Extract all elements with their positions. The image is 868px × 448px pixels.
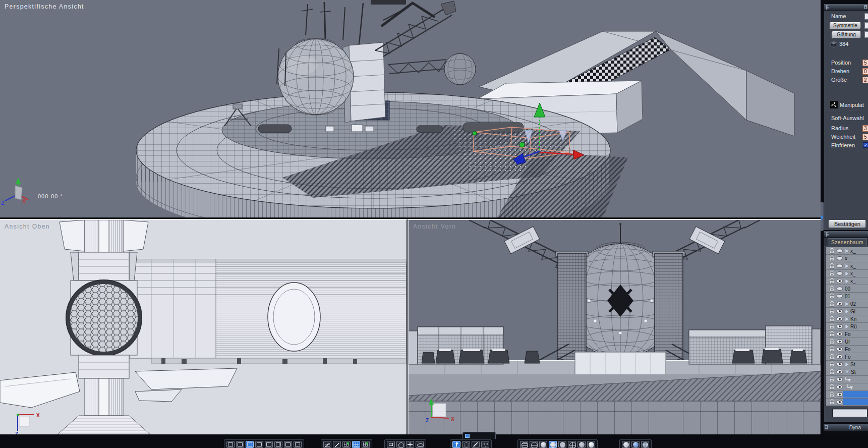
layout-single-icon[interactable]	[226, 441, 235, 448]
lock-icon[interactable]	[829, 391, 835, 398]
eye-open-icon[interactable]	[836, 362, 843, 367]
tree-row[interactable]: 01	[826, 293, 868, 300]
tree-row[interactable]: Fo	[826, 353, 868, 361]
matte-sphere-icon[interactable]	[577, 441, 586, 448]
eye-open-icon[interactable]	[836, 339, 843, 344]
lock-icon[interactable]	[829, 301, 835, 307]
grid-add-right-icon[interactable]	[362, 441, 370, 448]
lock-icon[interactable]	[829, 384, 835, 390]
eye-closed-icon[interactable]	[836, 294, 843, 299]
expand-arrow-icon[interactable]	[845, 271, 849, 276]
lock-icon[interactable]	[829, 346, 835, 352]
eye-open-icon[interactable]	[836, 400, 843, 405]
smoothing-field[interactable]	[864, 31, 868, 38]
solid-sphere-icon[interactable]	[539, 441, 547, 448]
lock-icon[interactable]	[829, 316, 835, 322]
eye-open-icon[interactable]	[836, 347, 843, 352]
eye-open-icon[interactable]	[836, 377, 843, 382]
eye-open-icon[interactable]	[836, 301, 843, 306]
faceted-sphere-icon[interactable]	[641, 441, 649, 448]
tree-row[interactable]	[826, 399, 868, 406]
expand-arrow-icon[interactable]	[845, 264, 849, 268]
layout-quad-icon[interactable]	[255, 441, 263, 448]
smoothing-button[interactable]: Glättung	[832, 31, 861, 38]
scene-tree-filter-input[interactable]	[832, 409, 867, 417]
scale-tool-icon[interactable]	[472, 441, 480, 448]
lock-icon[interactable]	[829, 255, 835, 261]
eye-open-icon[interactable]	[836, 384, 843, 389]
sketch-arrow-icon[interactable]	[333, 441, 341, 448]
look-view-icon[interactable]	[416, 441, 424, 448]
tree-row[interactable]: Fo	[826, 330, 868, 338]
move-tool-icon[interactable]	[452, 441, 460, 448]
lock-icon[interactable]	[829, 339, 835, 345]
collapse-arrow-icon[interactable]	[845, 370, 849, 374]
eye-open-icon[interactable]	[836, 369, 843, 374]
softness-field[interactable]: 5	[862, 134, 868, 140]
axis-tool-icon[interactable]	[481, 441, 489, 448]
layout-three-right-icon[interactable]	[274, 441, 282, 448]
symmetry-field[interactable]	[864, 22, 868, 29]
expand-arrow-icon[interactable]	[845, 309, 849, 314]
panel-splitter-handle[interactable]	[821, 202, 824, 231]
radius-field[interactable]: 3	[862, 125, 868, 132]
eye-closed-icon[interactable]	[836, 271, 843, 276]
tree-row[interactable]: x_	[826, 255, 868, 262]
layout-three-left-icon[interactable]	[265, 441, 273, 448]
lock-icon[interactable]	[829, 263, 835, 269]
lock-icon[interactable]	[829, 376, 835, 382]
blue-sphere-icon[interactable]	[631, 441, 640, 448]
eye-closed-icon[interactable]	[836, 263, 843, 268]
grid-blue-icon[interactable]	[352, 441, 360, 448]
lock-icon[interactable]	[829, 286, 835, 292]
eye-open-icon[interactable]	[836, 278, 843, 284]
tree-row[interactable]: x_	[826, 277, 868, 285]
scene-tree-panel-header[interactable]	[824, 231, 868, 238]
tree-row[interactable]: St	[826, 368, 868, 376]
textured-sphere-icon[interactable]	[622, 441, 630, 448]
lock-icon[interactable]	[829, 308, 835, 314]
size-field[interactable]: 2	[862, 77, 868, 83]
dynamics-panel-header[interactable]: Dyna	[824, 424, 868, 431]
tree-row[interactable]: Fo	[826, 346, 868, 353]
freeze-checkbox[interactable]: ✓	[863, 142, 868, 148]
expand-arrow-icon[interactable]	[845, 317, 849, 321]
eye-closed-icon[interactable]	[836, 286, 843, 291]
layout-two-horizontal-icon[interactable]	[284, 441, 292, 448]
expand-arrow-icon[interactable]	[845, 249, 849, 253]
tree-row[interactable]: St	[826, 361, 868, 368]
rotate-field[interactable]: 0	[862, 68, 868, 75]
orbit-view-icon[interactable]	[396, 441, 404, 448]
tree-row[interactable]	[826, 376, 868, 383]
grid-add-left-icon[interactable]	[342, 441, 351, 448]
layout-main-bottom-icon[interactable]	[246, 441, 254, 448]
viewport-top[interactable]: X Z Ansicht Oben	[0, 219, 408, 434]
tab-szenenbaum[interactable]: Szenenbaum	[828, 238, 867, 246]
lock-icon[interactable]	[829, 331, 835, 337]
lock-icon[interactable]	[829, 323, 835, 329]
wire-shaded-sphere-icon[interactable]	[549, 441, 557, 448]
rotate-tool-icon[interactable]	[462, 441, 470, 448]
viewport-perspective[interactable]: Perspektifische Ansicht Z X 000-00 *	[0, 0, 821, 218]
tree-row[interactable]: Kn	[826, 315, 868, 323]
sketch-grid-icon[interactable]	[323, 441, 331, 448]
layout-two-vertical-icon[interactable]	[236, 441, 244, 448]
lock-icon[interactable]	[829, 354, 835, 360]
tree-row[interactable]: 02	[826, 300, 868, 308]
expand-arrow-icon[interactable]	[845, 279, 849, 284]
eye-open-icon[interactable]	[836, 392, 843, 397]
lock-icon[interactable]	[829, 361, 835, 367]
eye-closed-icon[interactable]	[836, 248, 843, 253]
tree-row[interactable]	[826, 383, 868, 391]
wireframe-globe-icon[interactable]	[520, 441, 528, 448]
expand-arrow-icon[interactable]	[845, 324, 849, 329]
wire-sphere-icon[interactable]	[568, 441, 576, 448]
tree-row[interactable]: 00	[826, 285, 868, 293]
tree-row[interactable]: x_	[826, 262, 868, 270]
tree-row[interactable]: Gl	[826, 308, 868, 315]
tree-row[interactable]	[826, 391, 868, 399]
name-field[interactable]	[864, 13, 868, 20]
pan-view-icon[interactable]	[406, 441, 414, 448]
tree-row[interactable]: Ur	[826, 338, 868, 346]
expand-arrow-icon[interactable]	[845, 302, 849, 306]
